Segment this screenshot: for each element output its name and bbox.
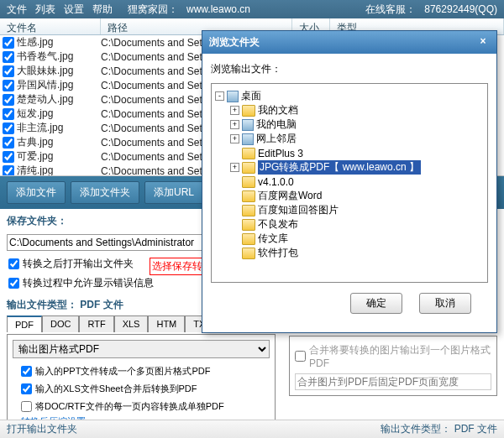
- file-name: 清纯.jpg: [17, 164, 101, 176]
- tree-label: 不良发布: [258, 217, 298, 232]
- menu-help[interactable]: 帮助: [92, 3, 113, 17]
- file-name: 可爱.jpg: [17, 149, 101, 164]
- cancel-button[interactable]: 取消: [419, 293, 471, 314]
- tree-label: v4.1.0.0: [258, 176, 294, 188]
- tree-node[interactable]: EditPlus 3: [215, 146, 484, 160]
- add-folder-button[interactable]: 添加文件夹: [71, 181, 139, 204]
- file-checkbox[interactable]: [3, 151, 14, 163]
- dialog-prompt: 浏览输出文件：: [211, 62, 488, 76]
- folder-icon: [242, 190, 255, 202]
- home-label: 狸窝家园：: [128, 3, 178, 17]
- tab-xls[interactable]: XLS: [114, 315, 149, 332]
- file-name: 楚楚动人.jpg: [17, 92, 101, 107]
- folder-icon: [242, 105, 255, 117]
- tree-label: 百度网盘Word: [258, 189, 322, 203]
- dialog-title: 浏览文件夹: [209, 35, 260, 50]
- tree-label: 百度知道回答图片: [258, 203, 339, 217]
- folder-icon: [242, 205, 255, 216]
- folder-icon: [242, 176, 255, 188]
- file-checkbox[interactable]: [3, 80, 14, 91]
- doc-opt-checkbox[interactable]: [21, 401, 32, 412]
- tree-node[interactable]: 不良发布: [215, 217, 484, 232]
- tree-node[interactable]: v4.1.0.0: [215, 175, 484, 189]
- merge-panel: 合并将要转换的图片输出到一个图片格式PDF: [289, 336, 497, 396]
- status-output-label: 输出文件类型：: [381, 422, 451, 436]
- open-after-checkbox[interactable]: [8, 258, 19, 269]
- browse-folder-dialog: 浏览文件夹 × 浏览输出文件： -桌面+我的文档+我的电脑+网上邻居EditPl…: [202, 30, 497, 333]
- merge-checkbox[interactable]: [295, 351, 306, 362]
- file-checkbox[interactable]: [3, 123, 14, 134]
- show-errors-label: 转换过程中允许显示错误信息: [23, 276, 154, 290]
- folder-tree[interactable]: -桌面+我的文档+我的电脑+网上邻居EditPlus 3+JPG转换成PDF【 …: [211, 83, 488, 283]
- file-checkbox[interactable]: [3, 165, 14, 177]
- folder-icon: [242, 148, 255, 159]
- pdf-format-select[interactable]: 输出图片格式PDF: [13, 340, 270, 358]
- tab-pdf[interactable]: PDF: [7, 315, 42, 332]
- tree-node[interactable]: 软件打包: [215, 246, 484, 260]
- close-icon[interactable]: ×: [476, 35, 490, 50]
- ok-button[interactable]: 确定: [350, 293, 402, 314]
- folder-icon: [242, 219, 255, 231]
- folder-icon: [242, 233, 255, 245]
- file-checkbox[interactable]: [3, 51, 14, 63]
- file-name: 书香卷气.jpg: [17, 50, 101, 64]
- file-checkbox[interactable]: [3, 108, 14, 120]
- menu-settings[interactable]: 设置: [64, 3, 84, 17]
- tree-label: EditPlus 3: [258, 148, 303, 159]
- file-name: 大眼妹妹.jpg: [17, 64, 101, 78]
- ppt-opt-checkbox[interactable]: [21, 366, 32, 377]
- status-output-type: PDF 文件: [454, 422, 497, 436]
- tree-node[interactable]: -桌面: [215, 89, 484, 103]
- expand-icon[interactable]: +: [230, 120, 239, 129]
- support-id: 876292449(QQ): [424, 3, 497, 15]
- desktop-icon: [242, 119, 254, 131]
- support-label: 在线客服：: [365, 3, 416, 17]
- tree-label: JPG转换成PDF【 www.leawo.cn 】: [258, 160, 421, 175]
- file-name: 古典.jpg: [17, 135, 101, 149]
- expand-icon[interactable]: +: [230, 134, 239, 143]
- tree-label: 传文库: [258, 232, 288, 246]
- file-checkbox[interactable]: [3, 37, 14, 49]
- folder-icon: [242, 162, 255, 174]
- tree-node[interactable]: 百度知道回答图片: [215, 203, 484, 217]
- merge-width-input[interactable]: [295, 373, 491, 390]
- tree-node[interactable]: +JPG转换成PDF【 www.leawo.cn 】: [215, 160, 484, 175]
- file-checkbox[interactable]: [3, 65, 14, 77]
- file-name: 性感.jpg: [17, 35, 101, 50]
- tree-node[interactable]: +我的文档: [215, 103, 484, 117]
- tab-rtf[interactable]: RTF: [79, 315, 113, 332]
- expand-icon[interactable]: -: [215, 91, 224, 101]
- tab-doc[interactable]: DOC: [42, 315, 79, 332]
- add-file-button[interactable]: 添加文件: [7, 181, 66, 204]
- status-bar: 打开输出文件夹 输出文件类型： PDF 文件: [0, 420, 504, 438]
- add-url-button[interactable]: 添加URL: [144, 181, 203, 204]
- expand-icon[interactable]: +: [230, 163, 239, 172]
- file-checkbox[interactable]: [3, 137, 14, 149]
- tree-node[interactable]: +网上邻居: [215, 132, 484, 146]
- tree-label: 我的文档: [258, 103, 298, 117]
- file-name: 非主流.jpg: [17, 121, 101, 135]
- tree-label: 网上邻居: [256, 132, 297, 146]
- tree-node[interactable]: 传文库: [215, 232, 484, 246]
- status-open-folder[interactable]: 打开输出文件夹: [7, 422, 77, 436]
- open-after-label: 转换之后打开输出文件夹: [23, 257, 134, 271]
- file-checkbox[interactable]: [3, 94, 14, 106]
- file-name: 短发.jpg: [17, 107, 101, 121]
- show-errors-checkbox[interactable]: [8, 278, 19, 289]
- expand-icon[interactable]: +: [230, 106, 239, 115]
- desktop-icon: [242, 133, 254, 145]
- file-name: 异国风情.jpg: [17, 78, 101, 92]
- home-link[interactable]: www.leawo.cn: [186, 3, 250, 15]
- tab-htm[interactable]: HTM: [148, 315, 185, 332]
- tree-label: 桌面: [241, 89, 261, 103]
- tree-node[interactable]: +我的电脑: [215, 117, 484, 132]
- menu-list[interactable]: 列表: [35, 3, 55, 17]
- menu-file[interactable]: 文件: [7, 3, 27, 17]
- header-name[interactable]: 文件名: [0, 18, 101, 34]
- menubar: 文件 列表 设置 帮助 狸窝家园： www.leawo.cn 在线客服： 876…: [0, 0, 504, 18]
- xls-opt-checkbox[interactable]: [21, 383, 32, 394]
- tree-node[interactable]: 百度网盘Word: [215, 189, 484, 203]
- folder-icon: [242, 248, 255, 259]
- desktop-icon: [227, 91, 239, 102]
- tree-label: 软件打包: [258, 246, 298, 260]
